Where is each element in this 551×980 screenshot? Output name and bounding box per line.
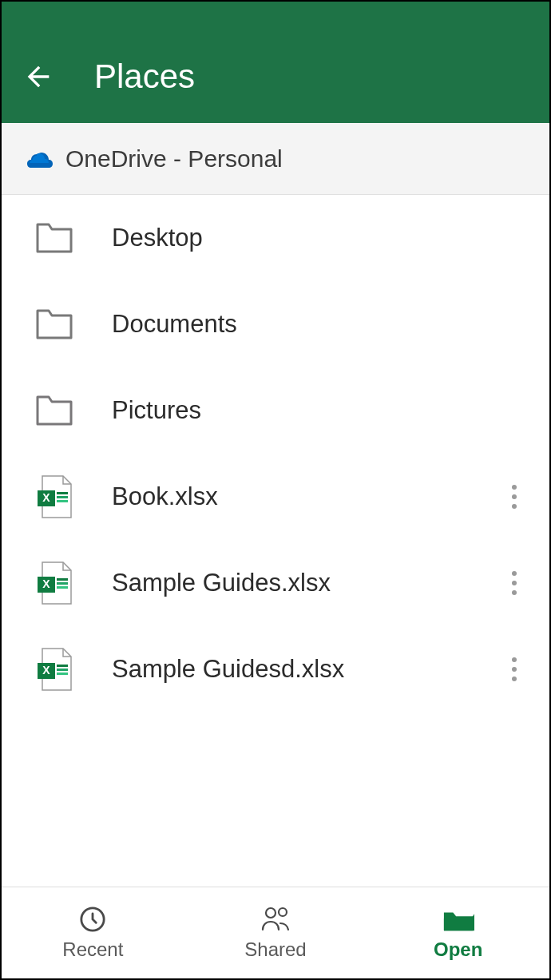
folder-icon	[32, 216, 77, 260]
location-bar[interactable]: OneDrive - Personal	[2, 123, 549, 195]
item-label: Book.xlsx	[112, 482, 495, 511]
nav-open[interactable]: Open	[367, 887, 549, 978]
back-button[interactable]	[21, 59, 56, 94]
onedrive-icon	[26, 149, 54, 169]
nav-shared[interactable]: Shared	[184, 887, 367, 978]
folder-item[interactable]: Desktop	[2, 195, 549, 281]
file-item[interactable]: X Sample Guidesd.xlsx	[2, 626, 549, 712]
svg-point-25	[266, 908, 276, 918]
folder-open-icon	[442, 905, 474, 934]
bottom-navigation: Recent Shared Open	[2, 887, 549, 978]
svg-point-23	[512, 676, 517, 681]
svg-point-6	[512, 494, 517, 499]
item-label: Desktop	[112, 224, 533, 252]
people-icon	[260, 905, 291, 934]
file-list: Desktop Documents Pictures X	[2, 195, 549, 712]
item-label: Sample Guides.xlsx	[112, 569, 495, 597]
more-vertical-icon	[511, 484, 517, 510]
more-options-button[interactable]	[495, 478, 533, 516]
svg-rect-11	[57, 582, 68, 585]
item-label: Documents	[112, 310, 533, 339]
nav-label: Open	[434, 938, 482, 961]
item-label: Pictures	[112, 396, 533, 425]
svg-rect-2	[57, 492, 68, 494]
svg-text:X: X	[42, 664, 50, 676]
svg-rect-18	[57, 665, 68, 667]
page-title: Places	[94, 58, 195, 96]
svg-rect-4	[57, 500, 68, 502]
svg-text:X: X	[42, 491, 50, 504]
file-item[interactable]: X Book.xlsx	[2, 454, 549, 540]
folder-icon	[32, 388, 77, 433]
svg-rect-10	[57, 578, 68, 581]
file-item[interactable]: X Sample Guides.xlsx	[2, 540, 549, 626]
svg-point-26	[279, 908, 287, 916]
svg-point-14	[512, 581, 517, 585]
location-label: OneDrive - Personal	[65, 145, 283, 173]
svg-rect-12	[57, 586, 68, 589]
svg-point-15	[512, 590, 517, 595]
nav-recent[interactable]: Recent	[2, 887, 184, 978]
svg-text:X: X	[42, 577, 50, 590]
more-vertical-icon	[511, 570, 517, 596]
svg-rect-3	[57, 496, 68, 498]
svg-point-21	[512, 657, 517, 662]
svg-point-7	[512, 504, 517, 509]
more-options-button[interactable]	[495, 564, 533, 602]
svg-point-13	[512, 571, 517, 576]
more-options-button[interactable]	[495, 650, 533, 688]
excel-file-icon: X	[32, 647, 77, 692]
folder-icon	[32, 302, 77, 347]
clock-icon	[77, 905, 109, 934]
more-vertical-icon	[511, 657, 517, 682]
app-header: Places	[2, 2, 549, 123]
svg-rect-19	[57, 669, 68, 671]
svg-point-5	[512, 485, 517, 490]
folder-item[interactable]: Pictures	[2, 367, 549, 454]
nav-label: Shared	[244, 938, 306, 961]
back-arrow-icon	[22, 61, 54, 93]
folder-item[interactable]: Documents	[2, 281, 549, 367]
excel-file-icon: X	[32, 474, 77, 519]
svg-point-22	[512, 667, 517, 672]
nav-label: Recent	[62, 938, 123, 961]
svg-rect-20	[57, 673, 68, 675]
excel-file-icon: X	[32, 561, 77, 605]
item-label: Sample Guidesd.xlsx	[112, 655, 495, 684]
